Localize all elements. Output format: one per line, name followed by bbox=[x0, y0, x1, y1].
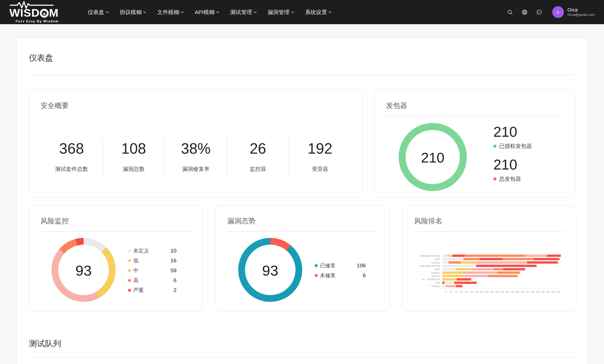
chevron-down-icon bbox=[254, 10, 256, 13]
axis-tick-label: 380 bbox=[541, 291, 545, 293]
legend-dot-icon bbox=[315, 264, 318, 267]
axis-tick bbox=[502, 289, 502, 290]
vuln-status-card: 漏洞态势 93 已修复106未修复6 bbox=[216, 205, 389, 311]
axis-tick-label: 0 bbox=[445, 291, 446, 293]
bar-segment-gray bbox=[442, 265, 476, 267]
menu-item-label: 文件模糊 bbox=[157, 9, 179, 16]
menu-item-4[interactable]: 测试管理 bbox=[230, 9, 256, 16]
legend-dot-icon bbox=[128, 259, 131, 262]
bar-segment-red bbox=[457, 278, 471, 281]
packet-sender-donut: 210 bbox=[399, 123, 467, 192]
axis-tick-label: 100 bbox=[470, 291, 473, 293]
stacked-bar bbox=[442, 261, 563, 264]
axis-tick bbox=[466, 289, 467, 290]
stacked-bar bbox=[442, 258, 563, 261]
bar-segment-yellow bbox=[442, 271, 463, 274]
bar-segment-pink bbox=[446, 285, 456, 288]
packet-sender-card: 发包器 210 210已授权发包器210总发包器 bbox=[374, 90, 576, 197]
menu-item-label: 测试管理 bbox=[230, 9, 252, 16]
bar-segment-red bbox=[480, 258, 502, 261]
risk-ranking-bars: UDS Over CAN (N)UDPTLSv1.2UDS Over CAN (… bbox=[414, 254, 563, 288]
stat-value: 26 bbox=[227, 140, 289, 157]
menu-item-0[interactable]: 仪表盘 bbox=[88, 9, 108, 16]
user-chip[interactable]: o Orca Orca@gmail.com bbox=[552, 6, 595, 18]
stat-1: 108漏洞总数 bbox=[103, 140, 165, 173]
bar-segment-orange bbox=[494, 268, 503, 271]
menu-item-3[interactable]: API模糊 bbox=[195, 9, 219, 16]
bar-segment-gray bbox=[442, 285, 446, 288]
bar-segment-orange bbox=[488, 275, 518, 277]
bar-segment-red bbox=[454, 282, 477, 284]
packet-sender-legend: 210已授权发包器210总发包器 bbox=[493, 125, 532, 190]
axis-tick-label: 200 bbox=[495, 291, 499, 293]
legend-label: 严重 bbox=[133, 287, 165, 294]
bar-segment-pink bbox=[465, 275, 488, 277]
avatar: o bbox=[552, 6, 564, 18]
stat-4: 192变异器 bbox=[289, 140, 351, 173]
legend-value: 16 bbox=[165, 257, 177, 264]
chart-row-8: UDP bbox=[414, 281, 563, 284]
user-name: Orca bbox=[568, 7, 595, 13]
vuln-status-legend: 已修复106未修复6 bbox=[315, 259, 366, 282]
axis-tick bbox=[451, 289, 451, 290]
bar-segment-yellow bbox=[456, 268, 472, 271]
menu-item-5[interactable]: 漏洞管理 bbox=[268, 9, 294, 16]
stat-label: 监控器 bbox=[227, 165, 289, 173]
bar-segment-pink bbox=[463, 271, 497, 274]
bar-segment-red bbox=[456, 285, 463, 288]
chevron-down-icon bbox=[181, 10, 184, 13]
card-title-packet-sender: 发包器 bbox=[386, 101, 564, 110]
chart-row-label: TLSv1.2 bbox=[414, 285, 442, 288]
chevron-down-icon bbox=[216, 10, 219, 13]
stacked-bar bbox=[442, 265, 563, 267]
chevron-down-icon bbox=[329, 10, 331, 13]
bar-segment-orange bbox=[498, 271, 520, 274]
legend-dot-icon bbox=[128, 269, 131, 272]
bar-segment-red bbox=[534, 258, 559, 261]
chart-row-9: TLSv1.2 bbox=[414, 284, 563, 288]
chart-row-7: In- - HTTPS v1.0 bbox=[414, 278, 563, 281]
chart-row-label: UDS Over CAN (N) bbox=[414, 255, 442, 257]
globe-icon[interactable] bbox=[521, 9, 528, 15]
wisdom-logo[interactable]: WISD✳M Fuzz Easy By Wisdom bbox=[9, 1, 59, 23]
stat-label: 变异器 bbox=[289, 165, 351, 173]
x-axis: 0204060801001201401601802002202402602803… bbox=[442, 289, 563, 294]
risk-monitor-legend: 未定义10低16中59高6严重2 bbox=[128, 244, 177, 297]
legend-item-1: 总发包器 bbox=[493, 175, 532, 183]
cards-row-1: 安全概要 368测试套件总数108漏洞总数38%漏洞修复率26监控器192变异器… bbox=[29, 90, 575, 197]
menu-item-6[interactable]: 系统设置 bbox=[305, 9, 331, 16]
bar-segment-pink bbox=[476, 261, 527, 264]
card-divider bbox=[227, 231, 378, 232]
legend-dot-icon bbox=[128, 249, 131, 252]
legend-label: 未修复 bbox=[320, 272, 354, 279]
axis-tick-label: 220 bbox=[500, 291, 504, 293]
axis-tick bbox=[553, 289, 553, 290]
bar-segment-red bbox=[452, 255, 465, 257]
bar-segment-orange bbox=[465, 255, 525, 257]
legend-label: 未定义 bbox=[133, 247, 165, 254]
logo-bug-o-icon: ✳ bbox=[40, 9, 49, 18]
axis-tick-label: 440 bbox=[556, 291, 560, 293]
stat-label: 漏洞修复率 bbox=[165, 165, 227, 173]
stat-value: 38% bbox=[165, 140, 227, 157]
axis-tick bbox=[548, 289, 548, 290]
bar-segment-red bbox=[442, 282, 444, 284]
menu-item-1[interactable]: 协议模糊 bbox=[120, 9, 146, 16]
legend-item-0: 未定义10 bbox=[128, 247, 177, 254]
menu-item-2[interactable]: 文件模糊 bbox=[157, 9, 183, 16]
axis-tick-label: 420 bbox=[551, 291, 555, 293]
axis-tick bbox=[461, 289, 462, 290]
axis-tick bbox=[482, 289, 482, 290]
axis-tick-label: 60 bbox=[460, 291, 462, 293]
stacked-bar bbox=[442, 275, 563, 277]
palette-icon[interactable] bbox=[536, 9, 542, 15]
chart-row-label: TLSv1.2 bbox=[414, 275, 442, 277]
axis-tick-label: 40 bbox=[455, 291, 457, 293]
axis-tick bbox=[512, 289, 513, 290]
risk-monitor-card: 风险监控 93 未定义10低16中59高6严重2 bbox=[29, 205, 203, 311]
cards-row-2: 风险监控 93 未定义10低16中59高6严重2 漏洞态势 93 已修复106未… bbox=[29, 205, 575, 311]
bar-segment-yellow bbox=[442, 275, 465, 277]
bar-segment-yellow bbox=[461, 261, 476, 264]
search-icon[interactable] bbox=[507, 9, 513, 15]
card-title-vuln-status: 漏洞态势 bbox=[227, 216, 378, 226]
